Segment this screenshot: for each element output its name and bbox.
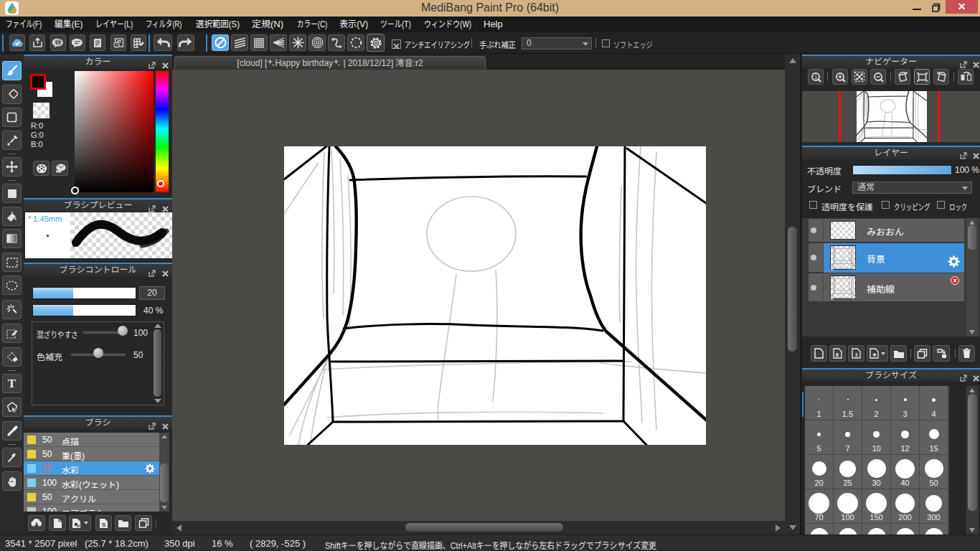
svg-text:1: 1 [855,352,859,358]
svg-text:S: S [102,522,106,528]
svg-text:1: 1 [814,74,818,80]
svg-text:8: 8 [836,352,839,358]
